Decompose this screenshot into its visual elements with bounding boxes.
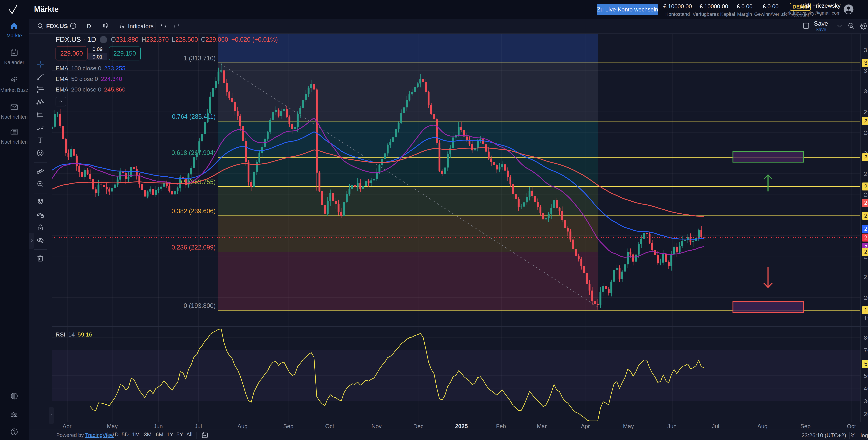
time-tick: Oct xyxy=(847,423,856,430)
emoji-tool[interactable] xyxy=(35,148,46,159)
metric-label: Margin xyxy=(737,11,752,17)
brush-tool[interactable] xyxy=(35,122,46,133)
panel-expand-handle[interactable] xyxy=(29,233,34,249)
metric-value: € 0.00 xyxy=(737,3,752,10)
dr awing-toolbar-collapse-handle[interactable] xyxy=(49,407,54,424)
magnet-tool[interactable] xyxy=(35,196,46,208)
preferences-button[interactable] xyxy=(0,410,28,420)
rsi-legend: RSI 14 59.16 xyxy=(56,331,92,338)
scale-button-log[interactable]: log xyxy=(861,432,868,439)
plus-circle-icon xyxy=(69,22,77,30)
price-badge: 229.060 xyxy=(862,233,868,242)
stay-in-drawing-mode-tool[interactable] xyxy=(35,209,46,220)
range-button-1y[interactable]: 1Y xyxy=(166,431,173,438)
time-tick: Apr xyxy=(581,423,590,430)
price-badge: 253.755 xyxy=(862,183,868,190)
undo-icon xyxy=(159,22,167,30)
theme-toggle-button[interactable] xyxy=(0,392,28,401)
lock-all-tool[interactable] xyxy=(35,222,46,233)
sidebar-item-nachrichten[interactable]: Nachrichten xyxy=(0,102,28,120)
sidebar-item-märkte[interactable]: Märkte xyxy=(0,21,28,38)
scale-button-%[interactable]: % xyxy=(850,432,856,439)
sidebar-item-market-buzz[interactable]: Market Buzz xyxy=(0,76,28,93)
tradingview-link[interactable]: TradingView xyxy=(85,432,114,438)
range-button-1d[interactable]: 1D xyxy=(112,431,119,438)
pane-separator[interactable] xyxy=(29,326,868,326)
legend-hide-button[interactable]: – xyxy=(100,36,107,43)
ema-legend-row[interactable]: EMA100 close 0233.255 xyxy=(56,65,278,72)
remove-objects-tool[interactable] xyxy=(35,253,46,264)
interval-button[interactable]: D xyxy=(87,19,91,33)
sell-button[interactable]: 229.060 xyxy=(56,46,88,60)
avatar[interactable] xyxy=(843,3,855,15)
ema-name: EMA xyxy=(56,86,68,93)
range-button-6m[interactable]: 6M xyxy=(156,431,163,438)
price-badge: 222.099 xyxy=(862,248,868,256)
sidebar-item-nachrichten[interactable]: Nachrichten xyxy=(0,127,28,145)
time-axis[interactable]: AprMayJunJulAugSepOctNovDec2025FebMarApr… xyxy=(29,421,868,430)
quick-search-button[interactable] xyxy=(847,19,855,33)
brand-checkmark-logo[interactable] xyxy=(7,4,19,15)
buy-button[interactable]: 229.150 xyxy=(109,46,141,60)
compare-add-symbol-button[interactable] xyxy=(69,19,77,33)
ohlc-value: 228.500 xyxy=(175,36,198,43)
range-button-5y[interactable]: 5Y xyxy=(176,431,183,438)
app-root: MärkteKalenderMarket BuzzNachrichtenNach… xyxy=(0,0,868,440)
sliders-icon xyxy=(10,410,19,420)
ema-legend-row[interactable]: EMA50 close 0224.340 xyxy=(56,75,278,82)
indicators-button[interactable]: Indicators xyxy=(118,19,153,33)
go-to-date-icon xyxy=(201,437,209,439)
ohlc-item: H232.370 xyxy=(142,36,169,43)
svg-text:0.618 (267.904): 0.618 (267.904) xyxy=(172,149,216,156)
trend-line-tool[interactable] xyxy=(35,71,46,83)
candlestick-icon xyxy=(101,22,109,30)
fib-retracement-tool[interactable] xyxy=(35,84,46,95)
redo-button[interactable] xyxy=(173,19,180,33)
sidebar-item-label: Market Buzz xyxy=(0,87,28,93)
account-metric: € 0.00Margin xyxy=(737,0,752,19)
legend-symbol-title[interactable]: FDX.US · 1D xyxy=(56,36,96,43)
time-tick: May xyxy=(623,423,634,430)
metric-value: € 10000.00 xyxy=(693,3,735,10)
time-tick: May xyxy=(107,423,118,430)
long-short-position-tool[interactable] xyxy=(35,109,46,121)
undo-button[interactable] xyxy=(159,19,167,33)
xabcd-pattern-tool[interactable] xyxy=(35,97,46,108)
range-button-all[interactable]: All xyxy=(186,431,192,438)
price-badge: 239.606 xyxy=(862,212,868,220)
legend-collapse-button[interactable] xyxy=(56,97,66,106)
ema-name: EMA xyxy=(56,65,68,72)
go-to-date-button[interactable] xyxy=(201,431,209,439)
ohlc-key: H xyxy=(142,36,146,43)
time-tick: Dec xyxy=(413,423,424,430)
layout-button[interactable] xyxy=(802,19,810,33)
crosshair-tool[interactable] xyxy=(35,59,46,70)
ema-legend-row[interactable]: EMA200 close 0245.860 xyxy=(56,86,278,93)
price-axis[interactable]: 320.000310.000300.000290.000280.000270.0… xyxy=(860,34,868,421)
range-button-1m[interactable]: 1M xyxy=(132,431,140,438)
ruler-tool[interactable] xyxy=(35,166,46,177)
account-metric: € 0.00Gewinn/Verlust xyxy=(754,0,787,19)
symbol-search[interactable]: FDX.US xyxy=(36,19,68,33)
range-button-3m[interactable]: 3M xyxy=(144,431,152,438)
save-dropdown-button[interactable] xyxy=(836,19,843,33)
chart-settings-button[interactable] xyxy=(860,19,868,33)
svg-text:0.382 (239.606): 0.382 (239.606) xyxy=(172,208,216,215)
time-tick: Sep xyxy=(283,423,293,430)
chart-style-button[interactable] xyxy=(101,19,109,33)
toolbar-divider xyxy=(34,249,47,250)
save-button[interactable]: Save Save xyxy=(814,20,828,32)
clock[interactable]: 23:26:10 (UTC+2) xyxy=(802,432,846,439)
zoom-in-tool[interactable] xyxy=(35,178,46,189)
hide-all-tool[interactable] xyxy=(35,234,46,246)
help-button[interactable] xyxy=(0,428,28,437)
svg-text:0.764 (285.411): 0.764 (285.411) xyxy=(172,113,216,120)
sidebar-item-kalender[interactable]: Kalender xyxy=(0,48,28,65)
text-tool[interactable] xyxy=(35,135,46,146)
chevron-up-icon xyxy=(58,99,63,105)
range-button-5d[interactable]: 5D xyxy=(122,431,129,438)
save-label: Save xyxy=(814,20,828,27)
switch-to-live-account-button[interactable]: Zu Live-Konto wechseln xyxy=(597,4,658,15)
ema-name: EMA xyxy=(56,75,68,82)
help-icon xyxy=(10,428,19,437)
